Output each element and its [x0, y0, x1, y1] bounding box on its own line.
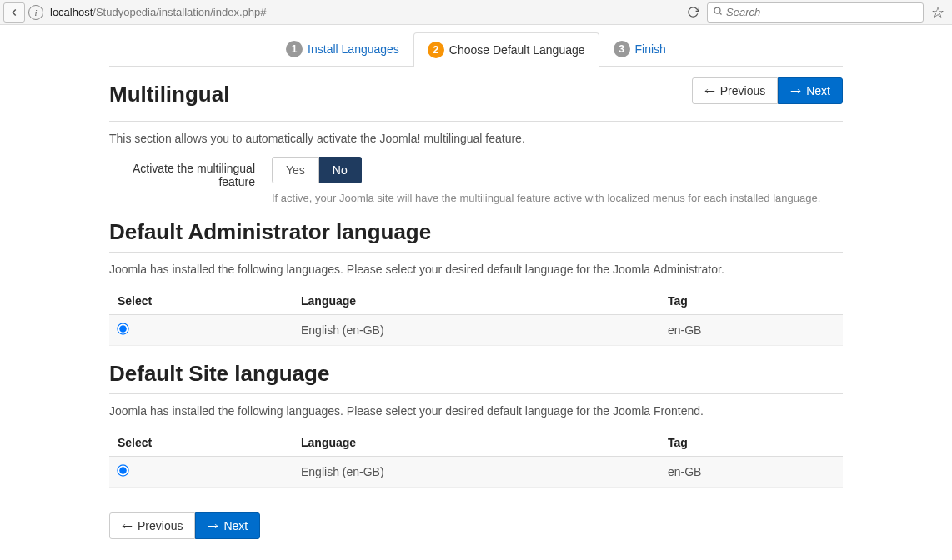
admin-language-desc: Joomla has installed the following langu…: [109, 262, 843, 276]
col-language: Language: [293, 429, 659, 457]
browser-toolbar: i localhost/Studyopedia/installation/ind…: [0, 0, 952, 25]
svg-point-0: [714, 8, 720, 13]
tab-label: Install Languages: [308, 42, 399, 56]
previous-button[interactable]: 🡐Previous: [109, 512, 195, 539]
admin-language-table: Select Language Tag English (en-GB) en-G…: [109, 288, 843, 346]
arrow-right-icon: 🡒: [790, 85, 801, 98]
arrow-right-icon: 🡒: [208, 520, 218, 532]
multilingual-desc: This section allows you to automatically…: [109, 132, 843, 145]
site-language-table: Select Language Tag English (en-GB) en-G…: [109, 429, 843, 488]
activate-multilingual-label: Activate the multilingual feature: [109, 157, 255, 188]
tab-finish[interactable]: 3 Finish: [599, 32, 680, 66]
admin-language-radio[interactable]: [117, 322, 128, 334]
section-title-site-language: Default Site language: [109, 361, 843, 387]
tab-num: 1: [286, 41, 303, 58]
arrow-left-icon: 🡐: [122, 520, 133, 532]
reload-button[interactable]: [682, 2, 704, 22]
tab-install-languages[interactable]: 1 Install Languages: [272, 32, 413, 66]
search-box[interactable]: [707, 2, 924, 22]
table-header-row: Select Language Tag: [109, 288, 843, 315]
tab-choose-default-language[interactable]: 2 Choose Default Language: [413, 32, 599, 67]
previous-button[interactable]: 🡐Previous: [692, 78, 778, 104]
url-host: localhost: [50, 6, 93, 18]
activate-multilingual-row: Activate the multilingual feature Yes No…: [109, 157, 843, 204]
back-button[interactable]: [3, 2, 25, 22]
col-tag: Tag: [659, 429, 843, 457]
tab-num: 2: [428, 42, 444, 58]
table-row: English (en-GB) en-GB: [109, 315, 843, 346]
arrow-left-icon: 🡐: [704, 85, 715, 98]
section-title-admin-language: Default Administrator language: [109, 219, 843, 245]
bottom-actions: 🡐Previous 🡒Next: [109, 512, 260, 539]
divider: [109, 252, 843, 252]
divider: [109, 393, 843, 394]
next-button[interactable]: 🡒Next: [778, 78, 843, 104]
cell-tag: en-GB: [659, 315, 843, 346]
toggle-yes[interactable]: Yes: [272, 157, 319, 183]
info-icon[interactable]: i: [28, 5, 43, 20]
top-actions: 🡐Previous 🡒Next: [692, 78, 843, 104]
divider: [109, 121, 843, 122]
previous-label: Previous: [138, 519, 183, 532]
url-bar[interactable]: localhost/Studyopedia/installation/index…: [47, 6, 679, 18]
cell-tag: en-GB: [659, 457, 843, 488]
bookmark-star-icon[interactable]: ☆: [927, 2, 949, 22]
site-language-desc: Joomla has installed the following langu…: [109, 404, 843, 418]
previous-label: Previous: [720, 84, 765, 98]
next-label: Next: [806, 84, 830, 98]
toggle-no[interactable]: No: [319, 157, 362, 183]
activate-multilingual-toggle: Yes No: [272, 157, 362, 183]
wizard-tabs: 1 Install Languages 2 Choose Default Lan…: [109, 32, 843, 67]
search-icon: [713, 6, 723, 18]
multilingual-help: If active, your Joomla site will have th…: [272, 192, 843, 204]
cell-language: English (en-GB): [293, 315, 659, 346]
next-button[interactable]: 🡒Next: [195, 512, 260, 539]
col-select: Select: [109, 288, 293, 315]
table-row: English (en-GB) en-GB: [109, 457, 843, 488]
next-label: Next: [223, 519, 248, 532]
url-path: /Studyopedia/installation/index.php#: [93, 6, 266, 18]
cell-language: English (en-GB): [293, 457, 659, 488]
tab-label: Finish: [635, 42, 666, 56]
svg-line-1: [719, 12, 721, 14]
tab-num: 3: [614, 41, 630, 58]
col-tag: Tag: [659, 288, 843, 315]
site-language-radio[interactable]: [117, 464, 128, 476]
table-header-row: Select Language Tag: [109, 429, 843, 457]
col-select: Select: [109, 429, 293, 457]
col-language: Language: [293, 288, 659, 315]
tab-label: Choose Default Language: [449, 43, 585, 57]
search-input[interactable]: [726, 6, 918, 18]
